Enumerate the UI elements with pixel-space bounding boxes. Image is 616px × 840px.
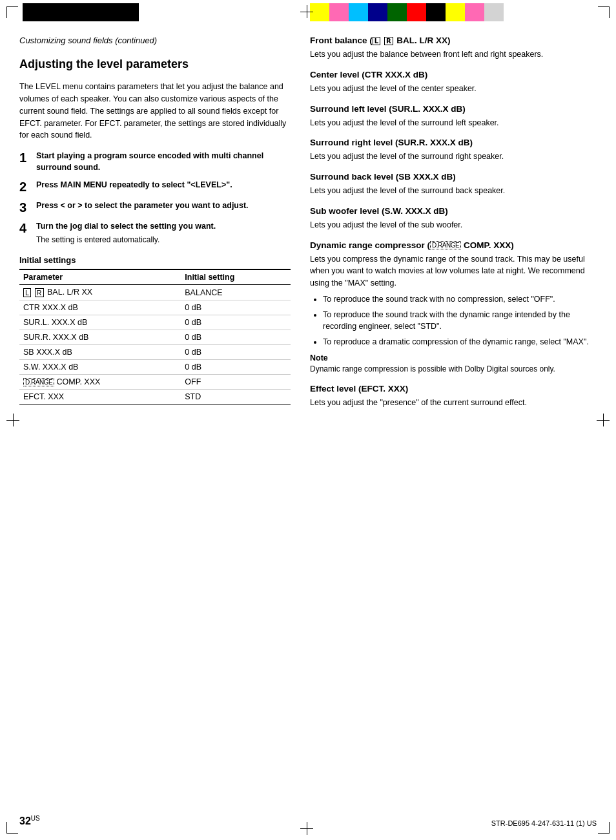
step-3-bold: Press < or > to select the parameter you… [36,201,249,210]
steps-list: 1 Start playing a program source encoded… [19,151,291,245]
color-bar-segment [349,3,368,21]
table-row: EFCT. XXXSTD [19,390,291,404]
page-suffix: US [31,815,40,822]
section-continued-label: Customizing sound fields (continued) [19,36,291,45]
page-number: 32US [19,815,40,827]
section-body-surround-left: Lets you adjust the level of the surroun… [310,117,597,129]
bullet-list-dynamic-range: To reproduce the sound track with no com… [310,293,597,348]
step-2-num: 2 [19,180,31,194]
step-2-bold: Press MAIN MENU repeatedly to select "<L… [36,180,232,189]
table-row: S.W. XXX.X dB0 dB [19,360,291,375]
footer-code: STR-DE695 4-247-631-11 (1) US [491,819,597,827]
two-col-layout: Customizing sound fields (continued) Adj… [19,36,597,412]
corner-mark-tl [6,6,18,18]
left-column: Customizing sound fields (continued) Adj… [19,36,291,412]
table-row: SB XXX.X dB0 dB [19,345,291,360]
color-bar-segment [465,3,484,21]
table-cell-setting: BALANCE [181,285,291,300]
table-cell-param: SUR.R. XXX.X dB [19,330,181,345]
table-row: L R BAL. L/R XXBALANCE [19,285,291,300]
color-bar-segment [484,3,504,21]
section-body-sub-woofer: Lets you adjust the level of the sub woo… [310,219,597,231]
table-cell-param: D.RANGE COMP. XXX [19,375,181,390]
corner-mark-br [598,822,610,834]
settings-table: Parameter Initial setting L R BAL. L/R X… [19,269,291,404]
color-bar-segment [329,3,349,21]
note-heading-dynamic-range: Note [310,353,597,362]
table-row: CTR XXX.X dB0 dB [19,300,291,315]
page-content: Customizing sound fields (continued) Adj… [19,36,597,804]
step-2: 2 Press MAIN MENU repeatedly to select "… [19,180,291,194]
section-title-surround-right: Surround right level (SUR.R. XXX.X dB) [310,138,597,147]
corner-mark-tr [598,6,610,18]
table-cell-setting: 0 dB [181,345,291,360]
table-cell-setting: OFF [181,375,291,390]
table-cell-setting: 0 dB [181,315,291,330]
step-4-num: 4 [19,221,31,235]
section-title-dynamic-range: Dynamic range compressor (D.RANGE COMP. … [310,240,597,250]
section-title-surround-back: Surround back level (SB XXX.X dB) [310,172,597,182]
step-4-sub: The setting is entered automatically. [36,235,291,246]
section-body-dynamic-range: Lets you compress the dynamic range of t… [310,253,597,289]
right-column: Front balance (L̲ R̲ BAL. L/R XX)Lets yo… [310,36,597,412]
reg-mark-mid-right [597,414,610,426]
color-bar-segment [368,3,387,21]
corner-mark-bl [6,822,18,834]
table-cell-setting: STD [181,390,291,404]
table-cell-setting: 0 dB [181,300,291,315]
color-bar-segment [426,3,446,21]
step-1-num: 1 [19,151,31,165]
color-bar-segment [407,3,426,21]
table-cell-param: SUR.L. XXX.X dB [19,315,181,330]
table-cell-param: L R BAL. L/R XX [19,285,181,300]
step-1-text: Start playing a program source encoded w… [36,151,291,173]
section-title-effect-level: Effect level (EFCT. XXX) [310,384,597,394]
main-heading: Adjusting the level parameters [19,57,291,72]
table-cell-param: SB XXX.X dB [19,345,181,360]
color-bar-segment [387,3,407,21]
intro-text: The LEVEL menu contains parameters that … [19,81,291,142]
bal-left-icon: L̲ [373,37,380,45]
color-bar-segment [446,3,465,21]
bal-right-icon: R [35,288,44,297]
list-item: To reproduce the sound track with the dy… [323,309,597,333]
top-left-bar [23,3,139,21]
step-1-bold: Start playing a program source encoded w… [36,151,263,172]
reg-mark-top [300,5,313,18]
table-cell-param: EFCT. XXX [19,390,181,404]
bal-right-icon: R̲ [384,37,393,45]
table-row: SUR.R. XXX.X dB0 dB [19,330,291,345]
section-body-effect-level: Lets you adjust the "presence" of the cu… [310,397,597,409]
initial-settings-heading: Initial settings [19,255,291,265]
step-1: 1 Start playing a program source encoded… [19,151,291,173]
list-item: To reproduce a dramatic compression of t… [323,336,597,348]
step-2-text: Press MAIN MENU repeatedly to select "<L… [36,180,291,191]
table-col2-header: Initial setting [181,269,291,285]
table-cell-setting: 0 dB [181,360,291,375]
note-text-dynamic-range: Dynamic range compression is possible wi… [310,364,597,375]
color-bar-segment [504,3,523,21]
section-title-center-level: Center level (CTR XXX.X dB) [310,70,597,79]
table-cell-param: S.W. XXX.X dB [19,360,181,375]
step-4-bold: Turn the jog dial to select the setting … [36,222,216,231]
list-item: To reproduce the sound track with no com… [323,293,597,306]
table-cell-param: CTR XXX.X dB [19,300,181,315]
top-color-bar [310,3,523,21]
section-title-front-balance: Front balance (L̲ R̲ BAL. L/R XX) [310,36,597,45]
drange-icon: D.RANGE [23,378,54,386]
table-col1-header: Parameter [19,269,181,285]
section-title-sub-woofer: Sub woofer level (S.W. XXX.X dB) [310,206,597,216]
section-body-front-balance: Lets you adjust the balance between fron… [310,48,597,61]
section-body-center-level: Lets you adjust the level of the center … [310,83,597,95]
table-cell-setting: 0 dB [181,330,291,345]
reg-mark-mid-left [6,414,19,426]
section-body-surround-back: Lets you adjust the level of the surroun… [310,185,597,197]
step-3: 3 Press < or > to select the parameter y… [19,200,291,215]
page-footer: 32US STR-DE695 4-247-631-11 (1) US [19,815,597,827]
step-4-text: Turn the jog dial to select the setting … [36,221,291,245]
bal-left-icon: L [23,288,31,297]
step-4: 4 Turn the jog dial to select the settin… [19,221,291,245]
drange-title-icon: D.RANGE [430,241,461,249]
table-row: SUR.L. XXX.X dB0 dB [19,315,291,330]
section-title-surround-left: Surround left level (SUR.L. XXX.X dB) [310,104,597,114]
